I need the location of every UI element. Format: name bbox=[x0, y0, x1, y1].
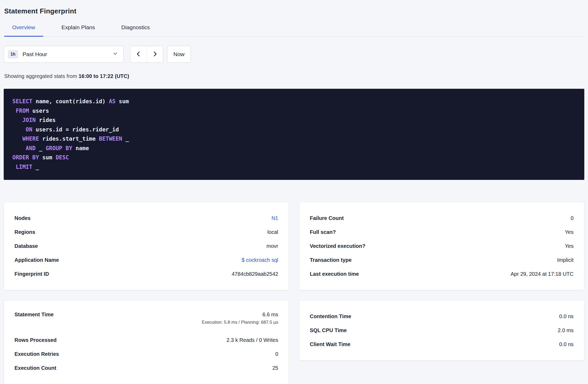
sql-line: JOIN rides bbox=[12, 116, 576, 125]
sql-keyword: AND bbox=[26, 145, 36, 151]
time-range-dropdown[interactable]: 1h Past Hour bbox=[4, 46, 124, 63]
row-client-wait-time: Client Wait Time 0.0 ns bbox=[310, 337, 574, 351]
sql-line: AND _ GROUP BY name bbox=[12, 144, 576, 153]
sql-text: rides bbox=[36, 117, 56, 123]
chevron-right-icon bbox=[152, 51, 158, 58]
sql-keyword: ON bbox=[26, 126, 32, 133]
sql-statement-box: SELECT name, count(rides.id) AS sum FROM… bbox=[4, 89, 584, 180]
contention-stats-card: Contention Time 0.0 ns SQL CPU Time 2.0 … bbox=[299, 300, 584, 361]
row-value: Implicit bbox=[557, 257, 574, 263]
row-label: Statement Time bbox=[14, 312, 54, 318]
row-label: Fingerprint ID bbox=[14, 271, 49, 277]
execution-attributes-card: Failure Count 0 Full scan? Yes Vectorize… bbox=[299, 202, 584, 290]
sql-text bbox=[12, 126, 26, 133]
prev-range-button[interactable] bbox=[130, 46, 147, 62]
row-failure-count: Failure Count 0 bbox=[310, 211, 574, 225]
row-sql-cpu-time: SQL CPU Time 2.0 ms bbox=[310, 323, 574, 337]
row-label: Execution Retries bbox=[14, 351, 59, 357]
row-label: Vectorized execution? bbox=[310, 243, 365, 249]
row-value: 2.3 k Reads / 0 Writes bbox=[227, 337, 278, 343]
stats-line-range: 16:00 to 17:22 (UTC) bbox=[78, 73, 129, 79]
application-name-link[interactable]: $ cockroach sql bbox=[242, 257, 278, 263]
row-rows-processed: Rows Processed 2.3 k Reads / 0 Writes bbox=[14, 333, 278, 347]
nodes-link[interactable]: N1 bbox=[271, 215, 278, 221]
sql-line: WHERE rides.start_time BETWEEN _ bbox=[12, 134, 576, 144]
statement-time-values: 6.6 ms Execution: 5.8 ms / Planning: 687… bbox=[202, 312, 278, 325]
sql-line: FROM users bbox=[12, 106, 576, 116]
aggregated-stats-line: Showing aggregated stats from 16:00 to 1… bbox=[4, 73, 584, 79]
next-range-button[interactable] bbox=[147, 46, 163, 62]
row-label: Database bbox=[14, 243, 38, 249]
row-label: Last execution time bbox=[310, 271, 359, 277]
sql-keyword: GROUP BY bbox=[46, 145, 72, 151]
row-full-scan: Full scan? Yes bbox=[310, 225, 574, 239]
row-fingerprint-id: Fingerprint ID 4784cb829aab2542 bbox=[14, 267, 278, 281]
sql-keyword: LIMIT bbox=[16, 164, 32, 170]
interval-badge: 1h bbox=[8, 50, 18, 58]
row-last-execution-time: Last execution time Apr 29, 2024 at 17:1… bbox=[310, 267, 574, 281]
sql-text: rides.start_time bbox=[39, 136, 99, 142]
sql-line: LIMIT _ bbox=[12, 163, 576, 172]
row-label: Transaction type bbox=[310, 257, 352, 263]
sql-text: _ bbox=[122, 136, 129, 142]
now-button[interactable]: Now bbox=[167, 46, 191, 63]
page-title: Statement Fingerprint bbox=[4, 7, 584, 15]
time-range-label: Past Hour bbox=[23, 51, 112, 57]
row-label: Regions bbox=[14, 229, 35, 235]
row-execution-retries: Execution Retries 0 bbox=[14, 347, 278, 361]
sql-text bbox=[12, 145, 26, 151]
sql-keyword: JOIN bbox=[22, 117, 36, 123]
stats-line-prefix: Showing aggregated stats from bbox=[4, 73, 78, 79]
row-value: Apr 29, 2024 at 17:18 UTC bbox=[511, 271, 574, 277]
row-transaction-type: Transaction type Implicit bbox=[310, 253, 574, 267]
row-nodes: Nodes N1 bbox=[14, 211, 278, 225]
row-value: local bbox=[267, 229, 278, 235]
timing-stats-card: Statement Time 6.6 ms Execution: 5.8 ms … bbox=[4, 300, 289, 384]
sql-text: users bbox=[29, 108, 49, 114]
row-label: SQL CPU Time bbox=[310, 327, 347, 333]
sql-line: SELECT name, count(rides.id) AS sum bbox=[12, 97, 576, 106]
performance-cards-row: Statement Time 6.6 ms Execution: 5.8 ms … bbox=[4, 300, 584, 384]
range-pager bbox=[130, 46, 163, 63]
row-value: 2.0 ms bbox=[558, 327, 574, 333]
sql-line: ORDER BY sum DESC bbox=[12, 153, 576, 163]
sql-text: sum bbox=[116, 98, 129, 105]
statement-fingerprint-page: Statement Fingerprint Overview Explain P… bbox=[0, 0, 588, 384]
row-label: Full scan? bbox=[310, 229, 336, 235]
row-label: Failure Count bbox=[310, 215, 344, 221]
row-label: Nodes bbox=[14, 215, 31, 221]
sql-text: _ bbox=[36, 145, 46, 151]
sql-text: users.id = rides.rider_id bbox=[32, 126, 119, 133]
sql-text bbox=[12, 117, 22, 123]
sql-text: name bbox=[72, 145, 89, 151]
chevron-down-icon bbox=[112, 51, 118, 58]
sql-text: name, count(rides.id) bbox=[32, 98, 109, 105]
row-value: 0.0 ns bbox=[559, 341, 574, 347]
row-execution-count: Execution Count 25 bbox=[14, 361, 278, 375]
sql-keyword: DESC bbox=[56, 154, 69, 161]
sql-text: _ bbox=[32, 164, 39, 170]
row-value: 0 bbox=[275, 351, 278, 357]
row-label: Client Wait Time bbox=[310, 341, 350, 347]
row-value: 0.0 ns bbox=[559, 313, 574, 319]
sql-keyword: BETWEEN bbox=[99, 136, 122, 142]
row-value: 0 bbox=[571, 215, 574, 221]
row-value: 6.6 ms bbox=[262, 312, 278, 318]
row-database: Database movr bbox=[14, 239, 278, 253]
tab-diagnostics[interactable]: Diagnostics bbox=[113, 24, 158, 37]
sql-keyword: FROM bbox=[16, 108, 29, 114]
chevron-left-icon bbox=[135, 51, 142, 58]
details-cards-row: Nodes N1 Regions local Database movr App… bbox=[4, 202, 584, 290]
sql-text bbox=[12, 136, 22, 142]
sql-keyword: AS bbox=[109, 98, 116, 105]
tab-explain-plans[interactable]: Explain Plans bbox=[54, 24, 103, 37]
row-vectorized-execution: Vectorized execution? Yes bbox=[310, 239, 574, 253]
row-label: Execution Count bbox=[14, 365, 56, 371]
sql-text: sum bbox=[39, 154, 56, 161]
tab-overview[interactable]: Overview bbox=[4, 24, 43, 37]
sql-keyword: WHERE bbox=[22, 136, 39, 142]
statement-time-breakdown: Execution: 5.8 ms / Planning: 687.5 µs bbox=[202, 320, 278, 325]
sql-text bbox=[12, 108, 16, 114]
row-value: Yes bbox=[565, 243, 574, 249]
row-application-name: Application Name $ cockroach sql bbox=[14, 253, 278, 267]
